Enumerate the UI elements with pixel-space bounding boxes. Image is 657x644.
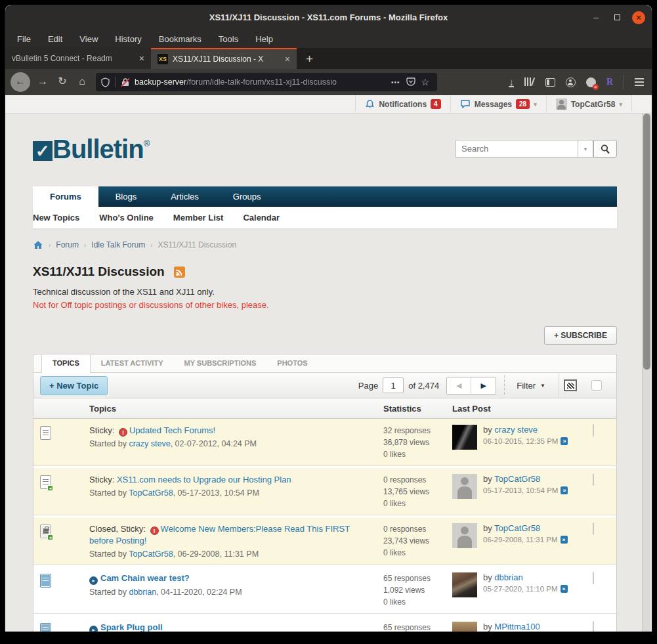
tab-label: XS11/XJ11 Discussion - X: [173, 54, 281, 64]
filter-dropdown[interactable]: Filter ▼: [504, 376, 557, 395]
back-button[interactable]: ←: [11, 72, 30, 92]
tab-latest-activity[interactable]: LATEST ACTIVITY: [91, 354, 174, 372]
messages-button[interactable]: Messages 28 ▾: [450, 95, 546, 114]
insecure-lock-icon[interactable]: [121, 77, 130, 87]
sidebar-toggle-icon[interactable]: [545, 78, 555, 87]
goto-new-icon: ◄: [47, 485, 53, 491]
starter-link[interactable]: TopCatGr58: [129, 488, 173, 498]
scrollbar[interactable]: [642, 114, 650, 632]
moderation-tool-button[interactable]: [559, 373, 581, 398]
goto-first-unread-icon[interactable]: ▸: [89, 626, 98, 632]
topic-title-link[interactable]: Updated Tech Forums!: [129, 425, 215, 435]
next-page-button[interactable]: ▶: [471, 377, 496, 394]
menu-edit[interactable]: Edit: [48, 34, 62, 44]
avatar[interactable]: [452, 622, 477, 632]
prev-page-button[interactable]: ◀: [447, 377, 471, 394]
url-bar[interactable]: backup-server/forum/idle-talk-forum/xs11…: [96, 73, 437, 91]
library-icon[interactable]: [524, 77, 535, 88]
pocket-icon[interactable]: [406, 77, 415, 87]
window-titlebar[interactable]: XS11/XJ11 Discussion - XS11.com Forums -…: [5, 5, 652, 30]
page-actions-icon[interactable]: •••: [391, 79, 400, 86]
panel-tabs: TOPICS LATEST ACTIVITY MY SUBSCRIPTIONS …: [33, 354, 616, 373]
avatar[interactable]: [452, 425, 477, 450]
topic-title-link[interactable]: Cam Chain wear test?: [100, 573, 190, 583]
avatar[interactable]: [452, 474, 477, 499]
subnav-calendar[interactable]: Calendar: [243, 213, 280, 223]
topic-title-link[interactable]: XS11.com needs to Upgrade our Hosting Pl…: [117, 475, 291, 484]
subnav-member-list[interactable]: Member List: [173, 213, 224, 223]
row-checkbox[interactable]: [593, 621, 594, 632]
page-number-input[interactable]: [383, 377, 404, 393]
forward-button[interactable]: →: [33, 72, 53, 92]
row-checkbox[interactable]: [593, 523, 594, 535]
menu-history[interactable]: History: [115, 34, 141, 44]
close-button[interactable]: ×: [632, 11, 645, 24]
starter-link[interactable]: dbbrian: [129, 588, 156, 597]
row-checkbox[interactable]: [593, 424, 594, 437]
rss-icon[interactable]: [174, 267, 185, 278]
browser-tab-xs11[interactable]: XS XS11/XJ11 Discussion - X ×: [151, 48, 297, 69]
new-topic-button[interactable]: + New Topic: [40, 376, 108, 395]
scrollbar-thumb[interactable]: [643, 114, 650, 370]
search-input[interactable]: [456, 140, 578, 158]
tab-close-icon[interactable]: ×: [285, 54, 290, 64]
minimize-button[interactable]: –: [590, 12, 602, 22]
nav-tab-groups[interactable]: Groups: [216, 186, 278, 207]
last-poster-link[interactable]: MPittma100: [494, 622, 540, 632]
row-checkbox[interactable]: [593, 572, 594, 584]
app-menu-icon[interactable]: [635, 78, 644, 86]
browser-tab-vbulletin[interactable]: vBulletin 5 Connect - Readm ×: [5, 48, 151, 69]
extension-globe-icon[interactable]: [586, 77, 596, 87]
new-tab-button[interactable]: +: [297, 49, 322, 69]
notifications-button[interactable]: Notifications 4: [355, 95, 450, 114]
maximize-button[interactable]: [611, 12, 623, 22]
url-text[interactable]: backup-server/forum/idle-talk-forum/xs11…: [135, 77, 387, 87]
avatar[interactable]: [452, 523, 477, 548]
tracking-shield-icon[interactable]: [101, 77, 110, 87]
goto-last-post-icon[interactable]: »: [561, 585, 568, 593]
nav-tab-articles[interactable]: Articles: [154, 186, 216, 207]
avatar[interactable]: [452, 572, 477, 597]
last-poster-link[interactable]: crazy steve: [494, 425, 538, 435]
menu-help[interactable]: Help: [255, 34, 273, 44]
home-icon[interactable]: [33, 240, 43, 250]
subnav-new-topics[interactable]: New Topics: [33, 213, 79, 223]
downloads-icon[interactable]: ↓: [509, 77, 514, 87]
select-all-checkbox[interactable]: [591, 380, 602, 391]
goto-first-unread-icon[interactable]: ▸: [89, 576, 98, 585]
tab-close-icon[interactable]: ×: [139, 53, 144, 64]
account-icon[interactable]: [566, 77, 576, 87]
starter-link[interactable]: crazy steve: [129, 439, 170, 448]
last-poster-link[interactable]: TopCatGr58: [494, 523, 540, 533]
bookmark-star-icon[interactable]: ☆: [421, 77, 429, 87]
topic-title-link[interactable]: Spark Plug poll: [100, 622, 163, 632]
search-button[interactable]: [593, 140, 617, 158]
menu-view[interactable]: View: [79, 34, 98, 44]
tab-photos[interactable]: PHOTOS: [266, 354, 318, 372]
menu-tools[interactable]: Tools: [219, 34, 238, 44]
menu-bookmarks[interactable]: Bookmarks: [159, 34, 201, 44]
tab-my-subscriptions[interactable]: MY SUBSCRIPTIONS: [174, 354, 267, 372]
last-poster-link[interactable]: TopCatGr58: [494, 474, 540, 484]
row-checkbox[interactable]: [593, 473, 594, 486]
breadcrumb-forum[interactable]: Forum: [56, 240, 79, 249]
reload-button[interactable]: ↻: [53, 72, 72, 92]
last-poster-link[interactable]: dbbrian: [494, 572, 522, 582]
subnav-whos-online[interactable]: Who's Online: [99, 213, 154, 223]
goto-last-post-icon[interactable]: »: [561, 536, 568, 544]
subscribe-button[interactable]: + SUBSCRIBE: [544, 326, 617, 345]
menu-file[interactable]: File: [17, 34, 31, 44]
user-menu-button[interactable]: TopCatGr58 ▾: [546, 95, 632, 114]
nav-tab-forums[interactable]: Forums: [33, 186, 98, 207]
search-scope-dropdown[interactable]: ▾: [578, 140, 593, 158]
home-button[interactable]: ⌂: [72, 72, 92, 92]
goto-last-post-icon[interactable]: »: [561, 486, 568, 494]
breadcrumb-idle-talk[interactable]: Idle Talk Forum: [91, 240, 145, 249]
extension-r-icon[interactable]: R: [606, 77, 613, 87]
starter-link[interactable]: TopCatGr58: [129, 549, 173, 559]
tab-strip: vBulletin 5 Connect - Readm × XS XS11/XJ…: [5, 48, 652, 69]
goto-last-post-icon[interactable]: »: [561, 437, 568, 445]
tab-topics[interactable]: TOPICS: [41, 354, 91, 373]
nav-tab-blogs[interactable]: Blogs: [98, 186, 154, 207]
vbulletin-logo[interactable]: Bulletin ®: [33, 135, 150, 164]
